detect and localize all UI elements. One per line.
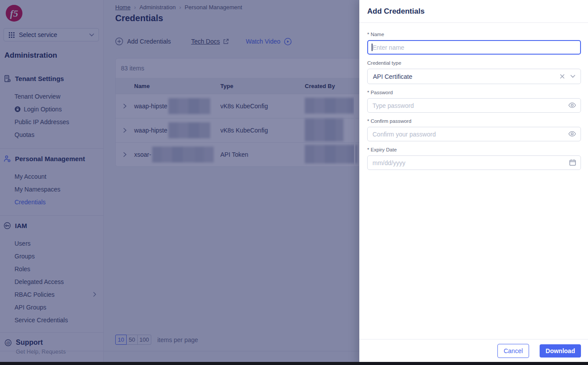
drawer-title: Add Credentials: [367, 7, 424, 16]
drawer-scrim[interactable]: [0, 0, 359, 365]
chevron-down-icon[interactable]: [570, 75, 575, 78]
bottom-bar: [0, 362, 588, 365]
password-label: * Password: [367, 90, 581, 95]
confirm-password-input[interactable]: [367, 127, 581, 141]
clear-icon[interactable]: [560, 74, 565, 79]
calendar-icon[interactable]: [569, 159, 576, 166]
expiry-date-field-group: * Expiry Date: [367, 147, 581, 170]
name-field-group: * Name: [367, 32, 581, 55]
password-input[interactable]: [367, 98, 581, 113]
eye-icon[interactable]: [568, 102, 576, 109]
app-root: f5 Select service Administration: [0, 0, 588, 365]
expiry-date-input[interactable]: [367, 155, 581, 170]
cancel-button[interactable]: Cancel: [497, 344, 529, 358]
expiry-date-label: * Expiry Date: [367, 147, 581, 152]
credential-type-value: API Certificate: [373, 73, 560, 80]
drawer-header: Add Credentials: [359, 0, 588, 23]
confirm-password-field-group: * Confirm password: [367, 118, 581, 141]
credential-type-field-group: Credential type API Certificate: [367, 60, 581, 84]
download-button[interactable]: Download: [540, 344, 581, 358]
eye-icon[interactable]: [568, 130, 576, 137]
text-caret: [372, 44, 373, 51]
add-credentials-drawer: Add Credentials * Name Credential type A…: [359, 0, 588, 365]
password-field-group: * Password: [367, 90, 581, 113]
name-label: * Name: [367, 32, 581, 37]
credential-type-label: Credential type: [367, 60, 581, 66]
confirm-password-label: * Confirm password: [367, 118, 581, 124]
drawer-footer: Cancel Download: [359, 339, 588, 362]
credential-type-select[interactable]: API Certificate: [367, 69, 581, 84]
name-input[interactable]: [367, 40, 581, 55]
